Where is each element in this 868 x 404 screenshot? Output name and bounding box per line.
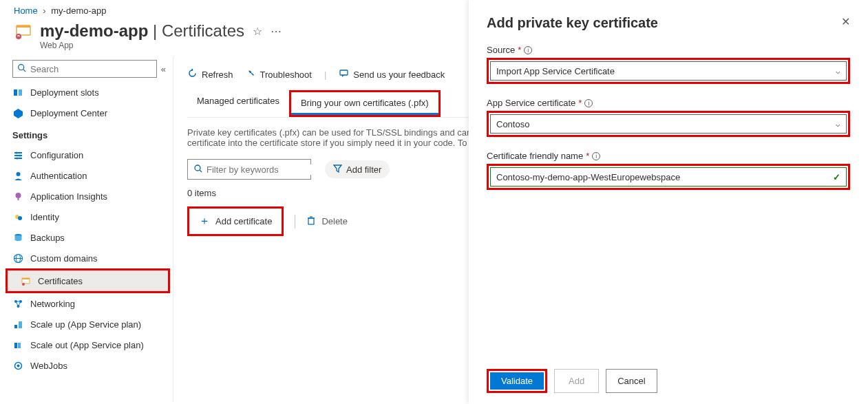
svg-line-31	[18, 301, 21, 306]
sidebar-item-deployment-slots[interactable]: Deployment slots	[0, 82, 173, 103]
trash-icon	[306, 215, 316, 227]
chevron-down-icon: ⌵	[836, 120, 840, 129]
certificates-icon	[20, 275, 31, 286]
sidebar-item-networking[interactable]: Networking	[0, 293, 173, 314]
sidebar-item-scale-up[interactable]: Scale up (App Service plan)	[0, 314, 173, 334]
backups-icon	[12, 232, 23, 243]
chevron-down-icon: ⌵	[836, 67, 840, 76]
sidebar-section-settings: Settings	[0, 123, 173, 145]
feedback-button[interactable]: Send us your feedback	[339, 68, 445, 81]
filter-keywords-input[interactable]	[207, 164, 322, 175]
svg-marker-39	[342, 75, 344, 77]
sidebar-item-custom-domains[interactable]: Custom domains	[0, 248, 173, 268]
svg-point-12	[19, 154, 21, 156]
webapp-icon	[14, 21, 33, 41]
sidebar-search[interactable]	[12, 60, 157, 78]
feedback-icon	[339, 68, 349, 81]
filter-keywords[interactable]	[187, 159, 311, 180]
svg-point-14	[16, 172, 20, 176]
svg-rect-38	[340, 70, 348, 75]
friendly-name-field[interactable]: Contoso-my-demo-app-WestEuropewebspace ✓	[490, 167, 847, 187]
authentication-icon	[12, 170, 23, 181]
svg-line-30	[16, 301, 19, 306]
plus-icon: ＋	[199, 214, 210, 228]
custom-domains-icon	[12, 253, 23, 264]
tab-bring-your-own-certificates[interactable]: Bring your own certificates (.pfx)	[291, 92, 438, 115]
validate-button[interactable]: Validate	[490, 372, 544, 390]
svg-point-11	[15, 151, 17, 153]
svg-rect-1	[17, 25, 30, 28]
add-certificate-button[interactable]: ＋ Add certificate	[191, 210, 280, 233]
deployment-center-icon	[12, 107, 23, 118]
svg-rect-16	[17, 198, 19, 200]
svg-marker-7	[14, 109, 23, 118]
check-icon: ✓	[833, 172, 840, 182]
sidebar-item-label: WebJobs	[30, 361, 67, 371]
panel-title: Add private key certificate	[487, 15, 658, 31]
sidebar-item-webjobs[interactable]: WebJobs	[0, 355, 173, 376]
search-icon	[193, 164, 202, 175]
add-button: Add	[554, 369, 599, 393]
cancel-button[interactable]: Cancel	[606, 369, 657, 393]
source-label: Source * i	[487, 45, 850, 55]
more-menu-icon[interactable]: ⋯	[271, 25, 282, 38]
svg-line-41	[200, 170, 202, 172]
sidebar-item-label: Application Insights	[30, 191, 107, 202]
application-insights-icon	[12, 191, 23, 202]
sidebar-item-authentication[interactable]: Authentication	[0, 165, 173, 186]
sidebar-item-configuration[interactable]: Configuration	[0, 145, 173, 165]
troubleshoot-button[interactable]: Troubleshoot	[246, 68, 312, 81]
collapse-sidebar-icon[interactable]: «	[161, 64, 166, 74]
sidebar-item-certificates[interactable]: Certificates	[8, 270, 168, 291]
sidebar-item-deployment-center[interactable]: Deployment Center	[0, 103, 173, 123]
configuration-icon	[12, 149, 23, 160]
svg-point-25	[22, 283, 25, 286]
svg-rect-34	[14, 343, 17, 348]
svg-point-40	[195, 165, 200, 171]
add-filter-button[interactable]: Add filter	[325, 160, 390, 178]
svg-rect-6	[19, 89, 22, 96]
sidebar-item-label: Deployment Center	[30, 108, 107, 118]
svg-point-3	[19, 65, 24, 70]
breadcrumb-home[interactable]: Home	[14, 6, 38, 16]
svg-point-37	[17, 364, 19, 367]
app-service-certificate-dropdown[interactable]: Contoso ⌵	[490, 114, 847, 134]
svg-rect-35	[18, 343, 21, 348]
sidebar-item-label: Custom domains	[30, 253, 98, 264]
add-certificate-panel: Add private key certificate ✕ Source * i…	[469, 0, 868, 404]
sidebar-item-label: Backups	[30, 233, 65, 243]
scale-out-icon	[12, 339, 23, 350]
refresh-icon	[187, 68, 198, 81]
close-panel-button[interactable]: ✕	[841, 15, 850, 28]
tab-managed-certificates[interactable]: Managed certificates	[187, 90, 289, 117]
svg-point-13	[16, 157, 18, 159]
page-title: my-demo-app | Certificates	[40, 21, 244, 41]
sidebar-item-identity[interactable]: Identity	[0, 206, 173, 227]
sidebar-item-label: Identity	[30, 212, 59, 222]
troubleshoot-icon	[246, 68, 256, 81]
sidebar-item-label: Configuration	[30, 150, 83, 160]
info-icon[interactable]: i	[592, 152, 600, 160]
sidebar-item-application-insights[interactable]: Application Insights	[0, 186, 173, 206]
scale-up-icon	[12, 319, 23, 330]
svg-rect-5	[14, 89, 17, 96]
info-icon[interactable]: i	[524, 46, 532, 54]
delete-button[interactable]: Delete	[306, 215, 348, 227]
sidebar-search-input[interactable]	[30, 64, 152, 74]
webjobs-icon	[12, 360, 23, 371]
source-dropdown[interactable]: Import App Service Certificate ⌵	[490, 61, 847, 81]
svg-rect-33	[19, 321, 22, 328]
svg-line-4	[23, 70, 25, 72]
sidebar-item-label: Networking	[30, 299, 75, 309]
svg-rect-24	[22, 278, 30, 279]
sidebar-item-backups[interactable]: Backups	[0, 227, 173, 248]
refresh-button[interactable]: Refresh	[187, 68, 233, 81]
svg-point-15	[15, 193, 21, 198]
favorite-star-icon[interactable]: ☆	[253, 25, 262, 38]
sidebar-item-scale-out[interactable]: Scale out (App Service plan)	[0, 334, 173, 355]
breadcrumb-current: my-demo-app	[51, 6, 106, 16]
sidebar-item-label: Authentication	[30, 171, 87, 181]
info-icon[interactable]: i	[584, 99, 593, 107]
sidebar: « Deployment slots Deployment Center Set…	[0, 57, 173, 402]
search-icon	[17, 63, 26, 74]
